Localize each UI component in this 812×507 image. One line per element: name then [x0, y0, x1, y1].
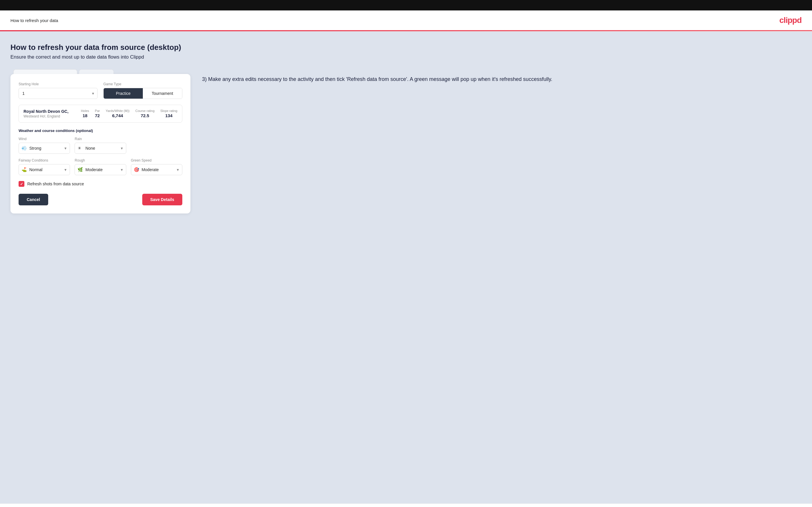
wind-select-wrapper: Strong	[18, 143, 70, 154]
holes-value: 18	[83, 113, 87, 118]
stat-par: Par 72	[95, 109, 100, 118]
fairway-label: Fairway Conditions	[18, 158, 70, 162]
fairway-group: Fairway Conditions Normal	[18, 158, 70, 175]
fairway-rough-green-row: Fairway Conditions Normal Rough	[18, 158, 182, 175]
wind-group: Wind Strong	[18, 137, 70, 154]
practice-button[interactable]: Practice	[104, 88, 143, 99]
holes-label: Holes	[81, 109, 89, 113]
stat-yards: Yards/White (M)) 6,744	[106, 109, 130, 118]
course-rating-value: 72.5	[141, 113, 149, 118]
description-text: 3) Make any extra edits necessary to the…	[202, 75, 802, 83]
starting-hole-select[interactable]: 1	[18, 88, 98, 99]
course-row: Royal North Devon GC, Westward Ho!, Engl…	[18, 105, 182, 123]
refresh-checkbox-row[interactable]: Refresh shots from data source	[18, 181, 182, 187]
page-subheading: Ensure the correct and most up to date d…	[10, 54, 802, 60]
rain-select-wrapper: None	[74, 143, 126, 154]
yards-label: Yards/White (M))	[106, 109, 130, 113]
cancel-button[interactable]: Cancel	[18, 194, 48, 205]
stat-course-rating: Course rating 72.5	[135, 109, 154, 118]
rain-group: Rain None	[74, 137, 126, 154]
green-select[interactable]: Moderate	[131, 164, 182, 175]
course-location: Westward Ho!, England	[23, 114, 78, 118]
rain-select[interactable]: None	[74, 143, 126, 154]
conditions-label: Weather and course conditions (optional)	[18, 128, 182, 133]
rough-select[interactable]: Moderate	[74, 164, 126, 175]
stat-holes: Holes 18	[81, 109, 89, 118]
course-rating-label: Course rating	[135, 109, 154, 113]
game-type-toggle: Practice Tournament	[103, 88, 182, 99]
top-fields-row: Starting Hole 1 Game Type Practice Tourn…	[18, 82, 182, 99]
green-select-wrapper: Moderate	[131, 164, 182, 175]
green-label: Green Speed	[131, 158, 182, 162]
rain-label: Rain	[74, 137, 126, 141]
starting-hole-wrapper: 1	[18, 88, 98, 99]
slope-rating-value: 134	[165, 113, 172, 118]
form-card: Starting Hole 1 Game Type Practice Tourn…	[10, 74, 191, 214]
starting-hole-group: Starting Hole 1	[18, 82, 98, 99]
game-type-label: Game Type	[103, 82, 182, 86]
par-label: Par	[95, 109, 100, 113]
starting-hole-label: Starting Hole	[18, 82, 98, 86]
page-heading: How to refresh your data from source (de…	[10, 43, 802, 52]
fairway-select-wrapper: Normal	[18, 164, 70, 175]
refresh-label: Refresh shots from data source	[27, 181, 84, 186]
conditions-section: Weather and course conditions (optional)…	[18, 128, 182, 175]
game-type-group: Game Type Practice Tournament	[103, 82, 182, 99]
rough-select-wrapper: Moderate	[74, 164, 126, 175]
footer: Copyright Clippd 2022	[0, 504, 812, 507]
app-logo: clippd	[779, 16, 802, 25]
save-button[interactable]: Save Details	[142, 194, 183, 205]
wind-select[interactable]: Strong	[18, 143, 70, 154]
green-group: Green Speed Moderate	[131, 158, 182, 175]
rough-label: Rough	[74, 158, 126, 162]
wind-rain-row: Wind Strong Rain None	[18, 137, 182, 154]
wind-label: Wind	[18, 137, 70, 141]
header-title: How to refresh your data	[10, 18, 58, 23]
refresh-checkbox[interactable]	[18, 181, 24, 187]
par-value: 72	[95, 113, 100, 118]
course-name: Royal North Devon GC,	[23, 109, 78, 114]
course-stats: Holes 18 Par 72 Yards/White (M)) 6,744	[81, 109, 177, 118]
main-content: How to refresh your data from source (de…	[0, 31, 812, 504]
course-info: Royal North Devon GC, Westward Ho!, Engl…	[23, 109, 78, 118]
yards-value: 6,744	[112, 113, 123, 118]
content-area: Starting Hole 1 Game Type Practice Tourn…	[10, 69, 802, 214]
stat-slope-rating: Slope rating 134	[160, 109, 177, 118]
tournament-button[interactable]: Tournament	[143, 88, 182, 99]
slope-rating-label: Slope rating	[160, 109, 177, 113]
rough-group: Rough Moderate	[74, 158, 126, 175]
button-row: Cancel Save Details	[18, 194, 182, 205]
fairway-select[interactable]: Normal	[18, 164, 70, 175]
app-header: How to refresh your data clippd	[0, 10, 812, 31]
description-panel: 3) Make any extra edits necessary to the…	[202, 69, 802, 89]
